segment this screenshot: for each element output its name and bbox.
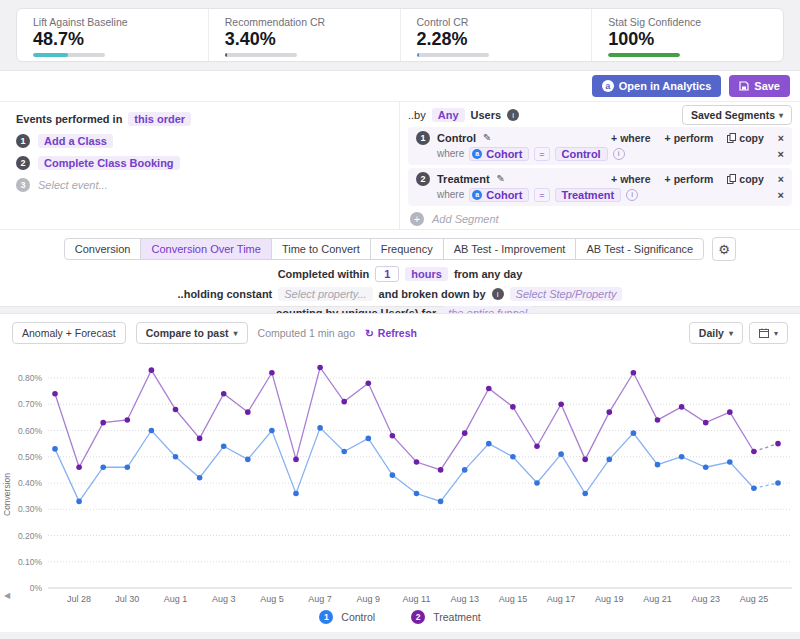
stat-label: Recommendation CR [225,16,384,28]
svg-text:Aug 21: Aug 21 [643,594,672,604]
chevron-down-icon: ▾ [234,329,238,338]
users-label[interactable]: Users [471,109,502,121]
operator-pill[interactable]: = [534,147,549,161]
info-icon[interactable]: i [507,109,519,121]
event-step-3[interactable]: 3 Select event... [16,178,383,192]
query-builder-panel: a Open in Analytics Save Events performe… [0,70,800,307]
chart-panel: Anomaly + Forecast Compare to past▾ Comp… [0,313,800,632]
tab-ab-test-improvement[interactable]: AB Test - Improvement [443,238,577,260]
stat-progress-bar [608,53,680,57]
stat-progress-bar [225,53,297,57]
stat-card-control-cr: Control CR 2.28% [401,9,593,61]
add-where-button[interactable]: + where [611,173,651,185]
saved-segments-button[interactable]: Saved Segments ▾ [682,105,792,125]
svg-text:Aug 13: Aug 13 [450,594,479,604]
add-where-button[interactable]: + where [611,132,651,144]
chevron-down-icon: ▾ [774,329,778,338]
svg-text:Aug 9: Aug 9 [357,594,381,604]
legend-dot: 1 [319,610,333,624]
cohort-pill[interactable]: a Cohort [469,147,529,161]
pan-left-icon[interactable]: ◀ [4,591,10,600]
segment-name[interactable]: Control [437,132,476,144]
series-treatment [52,365,781,473]
save-icon [739,81,749,91]
svg-text:0.50%: 0.50% [18,452,43,462]
analysis-tabs: ConversionConversion Over TimeTime to Co… [64,238,704,260]
tab-conversion-over-time[interactable]: Conversion Over Time [140,238,271,260]
cohort-value-pill[interactable]: Treatment [555,188,622,202]
tab-conversion[interactable]: Conversion [64,238,142,260]
add-perform-button[interactable]: + perform [665,132,714,144]
svg-text:Aug 5: Aug 5 [260,594,284,604]
from-any-day-label[interactable]: from any day [454,268,522,280]
compare-to-past-button[interactable]: Compare to past▾ [136,322,248,344]
segment-control: 1 Control ✎ + where + perform copy × whe… [408,127,792,165]
tab-frequency[interactable]: Frequency [370,238,444,260]
refresh-button[interactable]: ↻Refresh [365,327,417,339]
analysis-config: ConversionConversion Over TimeTime to Co… [0,229,800,320]
svg-text:0.20%: 0.20% [18,531,43,541]
cohort-pill[interactable]: a Cohort [469,188,529,202]
remove-where-icon[interactable]: × [778,189,784,201]
svg-text:Aug 3: Aug 3 [212,594,236,604]
info-icon[interactable]: i [492,288,504,300]
svg-text:Aug 19: Aug 19 [595,594,624,604]
svg-text:Aug 17: Aug 17 [547,594,576,604]
tab-time-to-convert[interactable]: Time to Convert [271,238,371,260]
date-range-dropdown[interactable]: ▾ [749,322,788,344]
broken-down-by-input[interactable]: Select Step/Property [510,287,623,301]
chart-settings-button[interactable]: ⚙ [712,237,736,261]
svg-text:Aug 1: Aug 1 [164,594,188,604]
holding-constant-input[interactable]: Select property... [278,287,372,301]
plus-circle-icon: + [410,212,424,226]
remove-segment-icon[interactable]: × [778,132,784,144]
svg-text:Aug 25: Aug 25 [740,594,769,604]
svg-text:0.80%: 0.80% [18,373,43,383]
svg-text:0.40%: 0.40% [18,478,43,488]
legend-item-treatment[interactable]: 2 Treatment [411,610,480,624]
edit-pencil-icon[interactable]: ✎ [497,173,505,184]
tab-ab-test-significance[interactable]: AB Test - Significance [575,238,704,260]
svg-text:0.30%: 0.30% [18,504,43,514]
event-order-pill[interactable]: this order [128,112,191,126]
segments-panel: ..by Any Users i Saved Segments ▾ 1 Cont… [400,102,800,229]
stat-value: 48.7% [33,29,192,50]
copy-segment-button[interactable]: copy [727,132,764,144]
legend-item-control[interactable]: 1 Control [319,610,375,624]
chart-header: Anomaly + Forecast Compare to past▾ Comp… [0,314,800,344]
add-perform-button[interactable]: + perform [665,173,714,185]
legend-dot: 2 [411,610,425,624]
copy-icon [727,174,736,184]
remove-where-icon[interactable]: × [778,148,784,160]
segment-name[interactable]: Treatment [437,173,490,185]
info-icon[interactable]: i [626,189,638,201]
svg-text:Aug 7: Aug 7 [308,594,332,604]
copy-segment-button[interactable]: copy [727,173,764,185]
add-segment-label[interactable]: Add Segment [432,213,499,225]
svg-text:0%: 0% [30,583,43,593]
hours-unit-pill[interactable]: hours [405,267,448,281]
cohort-value-pill[interactable]: Control [555,147,608,161]
interval-dropdown[interactable]: Daily▾ [689,322,743,344]
segment-number: 1 [416,131,430,145]
add-segment-row[interactable]: + Add Segment [408,211,792,226]
hours-value-input[interactable]: 1 [375,266,399,282]
anomaly-forecast-button[interactable]: Anomaly + Forecast [12,322,126,344]
operator-pill[interactable]: = [534,188,549,202]
any-pill[interactable]: Any [432,108,465,122]
broken-down-by-label: and broken down by [379,288,486,300]
event-pill[interactable]: Complete Class Booking [38,156,180,170]
amplitude-logo-icon: a [472,149,482,159]
open-in-analytics-button[interactable]: a Open in Analytics [592,75,722,97]
event-pill[interactable]: Add a Class [38,134,113,148]
edit-pencil-icon[interactable]: ✎ [483,132,491,143]
info-icon[interactable]: i [613,148,625,160]
step-number: 3 [16,178,30,192]
select-event-placeholder[interactable]: Select event... [38,179,108,191]
event-step-2[interactable]: 2 Complete Class Booking [16,156,383,170]
remove-segment-icon[interactable]: × [778,173,784,185]
stat-card-stat-sig: Stat Sig Confidence 100% [592,9,783,61]
save-button[interactable]: Save [729,75,790,97]
event-step-1[interactable]: 1 Add a Class [16,134,383,148]
conversion-over-time-chart[interactable]: 0%0.10%0.20%0.30%0.40%0.50%0.60%0.70%0.8… [0,344,800,610]
